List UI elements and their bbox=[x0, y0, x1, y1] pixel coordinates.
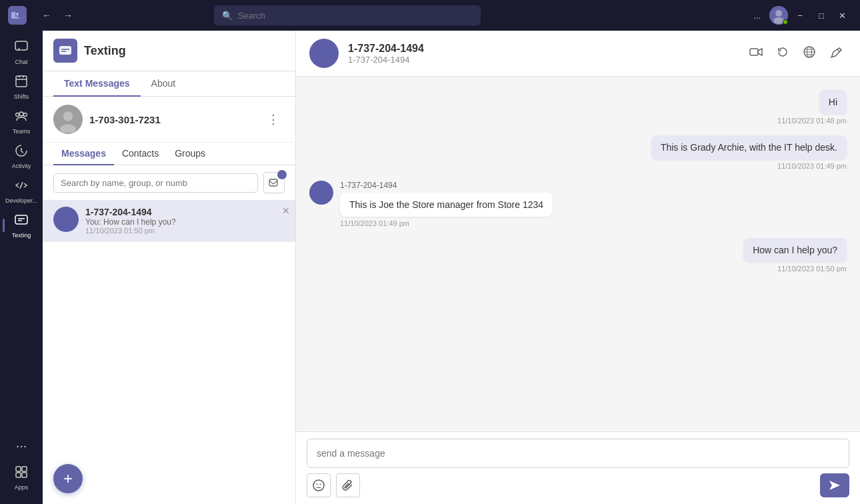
chat-contact-name: 1-737-204-1494 bbox=[348, 43, 736, 55]
emoji-button[interactable] bbox=[307, 473, 331, 497]
svg-rect-22 bbox=[59, 46, 71, 55]
conv-preview: You: How can I help you? bbox=[85, 217, 285, 227]
message-bubble: Hi bbox=[819, 90, 847, 114]
sidebar-item-texting[interactable]: Texting bbox=[5, 209, 37, 241]
svg-line-14 bbox=[20, 182, 23, 189]
chat-input-area bbox=[296, 431, 860, 504]
chat-input-toolbar bbox=[307, 473, 849, 497]
message-bubble: This is Joe the Store manager from Store… bbox=[340, 193, 553, 217]
chat-contact-info: 1-737-204-1494 1-737-204-1494 bbox=[348, 43, 736, 65]
svg-rect-15 bbox=[15, 215, 27, 224]
message-input[interactable] bbox=[307, 439, 849, 468]
tab-about[interactable]: About bbox=[141, 71, 187, 97]
more-button[interactable]: ... bbox=[748, 6, 767, 25]
app-logo: T bbox=[8, 6, 27, 25]
nav-buttons: ← → bbox=[37, 6, 77, 25]
contact-header: 1-703-301-7231 ⋮ bbox=[43, 97, 295, 143]
plugin-title: Texting bbox=[84, 44, 126, 58]
activity-label: Activity bbox=[12, 163, 31, 169]
shifts-label: Shifts bbox=[14, 93, 29, 100]
user-avatar[interactable] bbox=[769, 6, 788, 25]
sidebar-item-activity[interactable]: Activity bbox=[5, 140, 37, 172]
sub-tab-contacts[interactable]: Contacts bbox=[114, 143, 167, 165]
messages-container: Hi 11/10/2023 01:48 pm This is Grady Arc… bbox=[296, 77, 860, 431]
contacts-search-area bbox=[43, 165, 295, 200]
close-button[interactable]: ✕ bbox=[833, 6, 852, 25]
sub-tab-groups[interactable]: Groups bbox=[167, 143, 213, 165]
forward-button[interactable]: → bbox=[59, 6, 77, 25]
contact-avatar bbox=[53, 105, 83, 134]
new-message-button[interactable] bbox=[263, 172, 285, 193]
apps-label: Apps bbox=[15, 484, 29, 491]
developer-label: Developer... bbox=[5, 197, 37, 204]
svg-rect-20 bbox=[16, 473, 21, 477]
minimize-button[interactable]: − bbox=[791, 6, 809, 25]
sidebar-item-developer[interactable]: Developer... bbox=[5, 175, 37, 207]
chat-contact-number: 1-737-204-1494 bbox=[348, 55, 736, 65]
svg-rect-28 bbox=[269, 179, 277, 186]
texting-label: Texting bbox=[12, 232, 31, 239]
teams-label: Teams bbox=[13, 128, 31, 135]
svg-rect-6 bbox=[15, 41, 27, 50]
add-button[interactable]: + bbox=[53, 464, 83, 493]
svg-rect-29 bbox=[750, 49, 758, 55]
more-apps-button[interactable]: ··· bbox=[11, 433, 33, 459]
sidebar-item-chat[interactable]: Chat bbox=[5, 36, 37, 68]
chat-icon bbox=[14, 39, 29, 57]
message-content: How can I help you? 11/10/2023 01:50 pm bbox=[743, 238, 847, 273]
sub-tab-messages[interactable]: Messages bbox=[53, 143, 114, 165]
svg-point-4 bbox=[775, 10, 782, 17]
conversation-list: 1-737-204-1494 You: How can I help you? … bbox=[43, 200, 295, 453]
send-button[interactable] bbox=[820, 473, 849, 497]
app-content: Texting Text Messages About 1-703-301-72… bbox=[43, 31, 860, 504]
sidebar-item-teams[interactable]: Teams bbox=[5, 105, 37, 137]
maximize-button[interactable]: □ bbox=[812, 6, 831, 25]
texting-icon bbox=[14, 213, 29, 231]
contact-menu-button[interactable]: ⋮ bbox=[262, 109, 285, 129]
message-content: Hi 11/10/2023 01:48 pm bbox=[777, 90, 847, 125]
contacts-search-input[interactable] bbox=[53, 173, 258, 193]
chat-header-actions bbox=[745, 41, 847, 66]
conv-avatar bbox=[53, 207, 79, 232]
chat-area: 1-737-204-1494 1-737-204-1494 bbox=[296, 31, 860, 504]
conv-time: 11/10/2023 01:50 pm bbox=[85, 227, 285, 235]
message-time: 11/10/2023 01:48 pm bbox=[777, 117, 847, 125]
svg-point-38 bbox=[320, 484, 321, 485]
plugin-icon bbox=[53, 39, 77, 63]
attachment-button[interactable] bbox=[336, 473, 360, 497]
svg-point-11 bbox=[19, 112, 23, 116]
add-btn-container: + bbox=[43, 453, 295, 504]
chat-header: 1-737-204-1494 1-737-204-1494 bbox=[296, 31, 860, 77]
message-content: This is Grady Archie, with the IT help d… bbox=[651, 135, 847, 170]
plugin-header: Texting bbox=[43, 31, 295, 71]
svg-line-35 bbox=[837, 49, 840, 52]
search-input[interactable] bbox=[238, 11, 473, 21]
conv-info: 1-737-204-1494 You: How can I help you? … bbox=[85, 207, 285, 235]
sidebar-item-shifts[interactable]: Shifts bbox=[5, 71, 37, 103]
message-bubble: How can I help you? bbox=[743, 238, 847, 262]
refresh-button[interactable] bbox=[772, 41, 793, 66]
message-row: 1-737-204-1494 This is Joe the Store man… bbox=[309, 181, 847, 227]
conv-close-button[interactable]: ✕ bbox=[282, 205, 290, 216]
svg-rect-18 bbox=[16, 467, 21, 471]
svg-point-12 bbox=[16, 113, 19, 116]
search-bar[interactable]: 🔍 bbox=[214, 5, 481, 25]
globe-button[interactable] bbox=[799, 41, 820, 66]
plugin-tabs: Text Messages About bbox=[43, 71, 295, 97]
svg-rect-7 bbox=[16, 76, 27, 87]
message-time: 11/10/2023 01:49 pm bbox=[651, 162, 847, 170]
teams-icon bbox=[14, 109, 29, 127]
conv-name: 1-737-204-1494 bbox=[85, 207, 285, 217]
video-call-button[interactable] bbox=[745, 41, 767, 66]
sidebar-item-apps[interactable]: Apps bbox=[5, 461, 37, 493]
message-time: 11/10/2023 01:50 pm bbox=[743, 265, 847, 273]
message-row: Hi 11/10/2023 01:48 pm bbox=[309, 90, 847, 125]
tab-text-messages[interactable]: Text Messages bbox=[53, 71, 141, 97]
compose-button[interactable] bbox=[825, 41, 847, 66]
developer-icon bbox=[14, 178, 29, 196]
message-avatar bbox=[309, 181, 333, 205]
new-message-badge bbox=[277, 170, 287, 179]
back-button[interactable]: ← bbox=[37, 6, 56, 25]
list-item[interactable]: 1-737-204-1494 You: How can I help you? … bbox=[43, 200, 295, 242]
message-content: 1-737-204-1494 This is Joe the Store man… bbox=[340, 181, 553, 227]
